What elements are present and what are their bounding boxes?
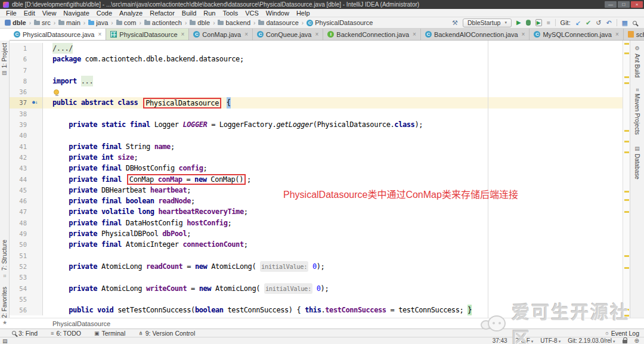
- warning-stripe-mark[interactable]: [624, 76, 629, 78]
- tab-schema_template.xml[interactable]: schema_template.xml×: [624, 29, 644, 40]
- tab-PhysicalDatasource[interactable]: PhysicalDatasource×: [106, 29, 189, 40]
- line-number[interactable]: 7: [10, 65, 30, 76]
- line-number[interactable]: 44: [10, 174, 30, 185]
- tab-close-icon[interactable]: ×: [522, 31, 525, 38]
- code-text[interactable]: [43, 250, 623, 261]
- code-text[interactable]: private final String name;: [43, 141, 623, 152]
- code-text[interactable]: private AtomicLong writeCount = new Atom…: [43, 283, 623, 294]
- menu-refactor[interactable]: Refactor: [146, 10, 178, 17]
- editor-breadcrumb-item[interactable]: PhysicalDatasource: [52, 320, 110, 327]
- intention-bulb-icon[interactable]: [54, 89, 59, 95]
- line-number[interactable]: 36: [10, 86, 30, 97]
- git-commit-icon[interactable]: ✔: [586, 18, 591, 27]
- maximize-button[interactable]: □: [618, 1, 630, 8]
- line-number[interactable]: 46: [10, 196, 30, 206]
- breadcrumb-item-datasource[interactable]: datasource: [257, 19, 299, 26]
- code-line-52[interactable]: 52 private AtomicLong readCount = new At…: [10, 261, 623, 272]
- breadcrumb-item-PhysicalDatasource[interactable]: CPhysicalDatasource: [305, 19, 374, 26]
- menu-navigate[interactable]: Navigate: [60, 10, 92, 17]
- stop-button[interactable]: ■: [547, 18, 550, 27]
- git-update-icon[interactable]: ↙: [575, 18, 581, 27]
- warning-stripe-mark[interactable]: [624, 151, 629, 153]
- line-number[interactable]: 6: [10, 54, 30, 64]
- tool-stripe-button-database[interactable]: ▤Database: [634, 145, 640, 179]
- line-number[interactable]: 52: [10, 261, 30, 272]
- code-line-53[interactable]: 53: [10, 272, 623, 283]
- code-line-54[interactable]: 54 private AtomicLong writeCount = new A…: [10, 283, 623, 294]
- build-hammer-icon[interactable]: ⚒: [452, 18, 458, 27]
- warning-stripe-mark[interactable]: [624, 52, 629, 54]
- code-text[interactable]: [43, 86, 623, 97]
- search-icon[interactable]: [633, 21, 637, 25]
- line-number[interactable]: 38: [10, 109, 30, 119]
- run-button[interactable]: ▶: [516, 18, 521, 27]
- close-button[interactable]: ×: [631, 1, 643, 8]
- warning-stripe-mark[interactable]: [624, 267, 629, 269]
- line-number[interactable]: 48: [10, 218, 30, 228]
- code-text[interactable]: private final DBHostConfig config;: [43, 163, 623, 173]
- tab-ConMap.java[interactable]: CConMap.java×: [189, 29, 253, 40]
- warning-stripe-mark[interactable]: [624, 191, 629, 193]
- tab-ConQueue.java[interactable]: CConQueue.java×: [253, 29, 323, 40]
- menu-analyze[interactable]: Analyze: [116, 10, 146, 17]
- code-text[interactable]: import ...: [43, 76, 623, 86]
- code-text[interactable]: /.../: [43, 43, 623, 54]
- breadcrumb-item-dble[interactable]: dble: [188, 19, 211, 26]
- error-stripe-scrollbar[interactable]: [623, 41, 630, 318]
- line-number[interactable]: 53: [10, 272, 30, 283]
- warning-stripe-mark[interactable]: [624, 211, 629, 213]
- menu-edit[interactable]: Edit: [20, 10, 39, 17]
- code-line-1[interactable]: 1/.../: [10, 43, 623, 54]
- tab-MySQLConnection.java[interactable]: CMySQLConnection.java×: [530, 29, 623, 40]
- code-text[interactable]: private static final Logger LOGGER = Log…: [43, 119, 623, 130]
- toolwindow-button-vcs[interactable]: ⋔9: Version Control: [138, 330, 195, 337]
- tool-stripe-button-antbuild[interactable]: ⚙Ant Build: [634, 45, 640, 78]
- code-line-47[interactable]: 47 private volatile long heartbeatRecove…: [10, 206, 623, 217]
- line-number[interactable]: 45: [10, 185, 30, 196]
- breadcrumb-item-actiontech[interactable]: actiontech: [143, 19, 183, 26]
- code-text[interactable]: private int size;: [43, 152, 623, 163]
- toolwindow-button-find[interactable]: 3: Find: [12, 330, 38, 337]
- code-text[interactable]: private volatile long heartbeatRecoveryT…: [43, 206, 623, 217]
- menu-run[interactable]: Run: [200, 10, 219, 17]
- line-number[interactable]: 42: [10, 152, 30, 163]
- code-line-41[interactable]: 41 private final String name;: [10, 141, 623, 152]
- tool-stripe-button-project[interactable]: ▤1: Project: [1, 43, 8, 76]
- line-number[interactable]: 54: [10, 283, 30, 294]
- toolwindow-button-todo[interactable]: ≡6: TODO: [51, 330, 81, 337]
- tab-close-icon[interactable]: ×: [615, 31, 619, 38]
- code-text[interactable]: private final ConMap conMap = new ConMap…: [43, 174, 623, 185]
- line-number[interactable]: 39: [10, 119, 30, 130]
- warning-stripe-mark[interactable]: [624, 82, 629, 84]
- code-line-42[interactable]: 42 private int size;: [10, 152, 623, 163]
- breadcrumb-item-com[interactable]: com: [115, 19, 138, 26]
- toolwindow-icon[interactable]: ▦: [622, 18, 628, 27]
- line-number[interactable]: 56: [10, 305, 30, 315]
- warning-stripe-mark[interactable]: [624, 255, 629, 257]
- line-number[interactable]: 47: [10, 206, 30, 217]
- warning-stripe-mark[interactable]: [624, 130, 629, 132]
- code-line-6[interactable]: 6package com.actiontech.dble.backend.dat…: [10, 54, 623, 64]
- tab-PhysicalDatasource.java[interactable]: CPhysicalDatasource.java×: [10, 29, 106, 40]
- code-text[interactable]: [43, 65, 623, 76]
- code-text[interactable]: package com.actiontech.dble.backend.data…: [43, 54, 623, 64]
- code-line-44[interactable]: 44 private final ConMap conMap = new Con…: [10, 174, 623, 185]
- rollback-icon[interactable]: ↶: [606, 18, 611, 27]
- code-line-39[interactable]: 39 private static final Logger LOGGER = …: [10, 119, 623, 130]
- code-text[interactable]: [43, 109, 623, 119]
- coverage-button[interactable]: ▶: [535, 19, 542, 26]
- tab-close-icon[interactable]: ×: [244, 31, 248, 38]
- minimize-button[interactable]: —: [605, 1, 617, 8]
- code-text[interactable]: private final DataHostConfig hostConfig;: [43, 218, 623, 228]
- line-number[interactable]: 51: [10, 250, 30, 261]
- toolwindow-button-terminal[interactable]: ▣Terminal: [94, 330, 125, 337]
- code-line-7[interactable]: 7: [10, 65, 623, 76]
- warning-stripe-mark[interactable]: [624, 43, 629, 45]
- menu-view[interactable]: View: [39, 10, 60, 17]
- debug-button[interactable]: [526, 20, 531, 26]
- warning-stripe-mark[interactable]: [624, 199, 629, 201]
- menu-build[interactable]: Build: [178, 10, 200, 17]
- code-text[interactable]: private final AtomicInteger connectionCo…: [43, 239, 623, 250]
- breadcrumb-item-dble[interactable]: dble: [4, 19, 27, 26]
- menu-code[interactable]: Code: [93, 10, 116, 17]
